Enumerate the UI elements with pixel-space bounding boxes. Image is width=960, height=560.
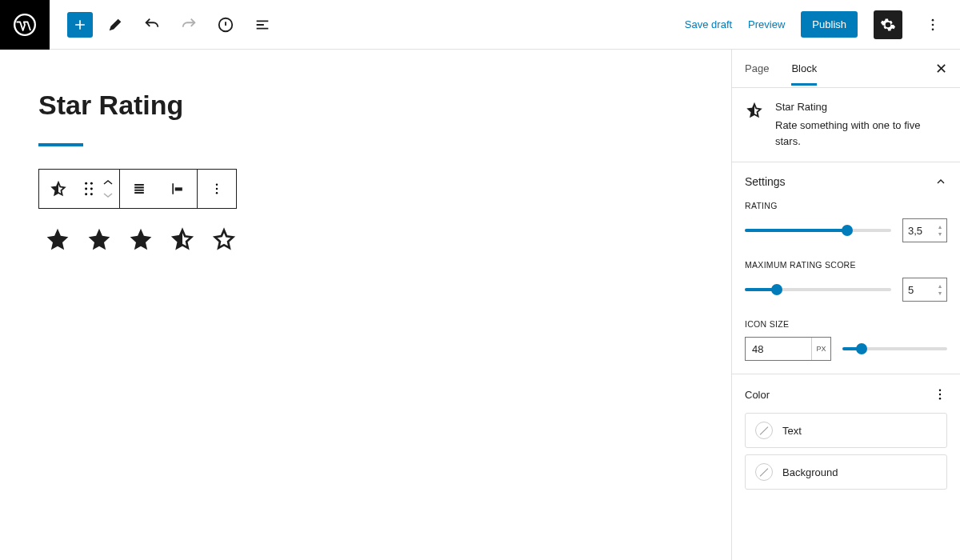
block-info: Star Rating Rate something with one to f…: [732, 88, 960, 162]
text-color-button[interactable]: Text: [745, 413, 947, 448]
preview-link[interactable]: Preview: [748, 18, 785, 30]
rating-value: 3,5: [908, 225, 922, 237]
icon-size-value: 48: [746, 338, 811, 360]
editor-canvas: Star Rating: [0, 50, 731, 560]
svg-rect-11: [175, 187, 182, 190]
star-5: [211, 226, 237, 252]
chevron-up-icon: [934, 175, 947, 188]
color-panel-title: Color: [745, 389, 770, 401]
svg-point-7: [85, 188, 87, 190]
background-color-label: Background: [782, 466, 838, 478]
svg-point-6: [90, 182, 93, 185]
svg-point-16: [939, 394, 941, 395]
document-overview-icon[interactable]: [211, 10, 240, 39]
icon-size-control: Icon Size 48 px: [745, 319, 947, 361]
star-4: [170, 226, 195, 252]
svg-point-4: [932, 28, 934, 30]
svg-point-15: [939, 390, 941, 391]
move-down-button[interactable]: [100, 190, 116, 201]
star-rating-block[interactable]: [38, 226, 693, 252]
svg-point-8: [90, 188, 93, 190]
svg-point-14: [216, 192, 218, 194]
svg-point-13: [216, 188, 218, 190]
block-type-icon[interactable]: [39, 170, 78, 208]
more-options-icon[interactable]: [918, 10, 947, 39]
svg-point-17: [939, 398, 941, 399]
block-more-options[interactable]: [198, 170, 236, 208]
rating-control: Rating 3,5 ▴▾: [745, 201, 947, 242]
settings-sidebar: Page Block ✕ Star Rating Rate something …: [731, 50, 960, 560]
max-rating-input[interactable]: 5 ▴▾: [902, 278, 947, 302]
max-rating-slider[interactable]: [745, 288, 891, 291]
list-view-icon[interactable]: [248, 10, 277, 39]
tab-block[interactable]: Block: [791, 51, 817, 86]
publish-button[interactable]: Publish: [801, 11, 858, 38]
rating-step-up[interactable]: ▴: [935, 224, 945, 230]
max-rating-label: Maximum Rating Score: [745, 260, 947, 270]
page-title[interactable]: Star Rating: [38, 90, 693, 121]
settings-panel-toggle[interactable]: Settings: [745, 175, 947, 188]
drag-handle-icon[interactable]: [78, 170, 100, 208]
block-name: Star Rating: [775, 101, 947, 113]
settings-panel: Settings Rating 3,5 ▴▾: [732, 162, 960, 374]
icon-size-label: Icon Size: [745, 319, 947, 329]
rating-step-down[interactable]: ▾: [935, 231, 945, 238]
justify-button[interactable]: [120, 170, 158, 208]
max-step-down[interactable]: ▾: [935, 290, 945, 297]
rating-slider[interactable]: [745, 229, 891, 232]
icon-size-slider[interactable]: [842, 347, 947, 350]
star-2: [86, 226, 112, 252]
edit-icon[interactable]: [101, 10, 130, 39]
text-color-swatch: [755, 422, 773, 439]
block-toolbar: [38, 169, 237, 209]
rating-label: Rating: [745, 201, 947, 210]
settings-toggle[interactable]: [874, 10, 902, 39]
undo-button[interactable]: [138, 10, 166, 39]
align-button[interactable]: [158, 170, 197, 208]
add-block-button[interactable]: [67, 12, 93, 38]
svg-point-2: [932, 18, 934, 21]
star-3: [128, 226, 154, 252]
max-step-up[interactable]: ▴: [935, 283, 945, 290]
star-icon: [745, 101, 764, 120]
icon-size-input[interactable]: 48 px: [745, 337, 831, 361]
redo-button[interactable]: [174, 10, 203, 39]
color-panel: Color Text Background: [732, 374, 960, 509]
save-draft-link[interactable]: Save draft: [685, 18, 732, 30]
close-sidebar-button[interactable]: ✕: [935, 60, 947, 78]
wp-logo[interactable]: [0, 0, 50, 50]
svg-point-12: [216, 184, 218, 186]
icon-size-unit: px: [811, 338, 830, 360]
top-toolbar: Save draft Preview Publish: [0, 0, 960, 50]
background-color-button[interactable]: Background: [745, 454, 947, 490]
max-rating-value: 5: [908, 284, 914, 296]
max-rating-control: Maximum Rating Score 5 ▴▾: [745, 260, 947, 302]
accent-separator: [38, 143, 83, 146]
svg-point-5: [85, 182, 87, 185]
move-up-button[interactable]: [100, 177, 116, 188]
background-color-swatch: [755, 463, 773, 481]
text-color-label: Text: [782, 425, 802, 437]
block-description: Rate something with one to five stars.: [775, 118, 947, 149]
svg-point-3: [932, 23, 934, 26]
star-1: [45, 226, 70, 252]
tab-page[interactable]: Page: [745, 51, 769, 86]
svg-point-10: [90, 193, 93, 195]
color-panel-more-icon[interactable]: [933, 387, 947, 402]
rating-input[interactable]: 3,5 ▴▾: [902, 218, 947, 242]
settings-panel-title: Settings: [745, 175, 786, 188]
svg-point-9: [85, 193, 87, 195]
